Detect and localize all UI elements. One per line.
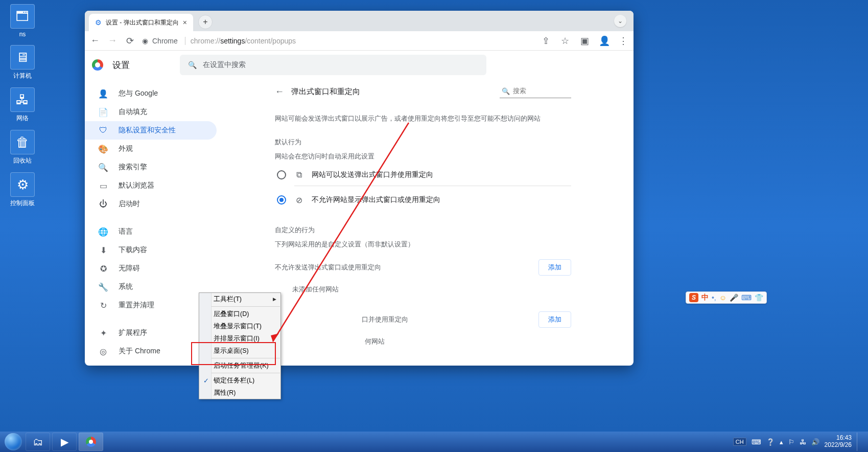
ctx-item-task-manager[interactable]: 启动任务管理器(K) bbox=[199, 359, 280, 372]
page-description: 网站可能会发送弹出式窗口以展示广告，或者使用重定向将您引导至您可能不想访问的网站 bbox=[275, 114, 571, 124]
browser-toolbar: ← → ⟳ ◉Chrome chrome://settings/content/… bbox=[85, 31, 634, 51]
tab-strip: ⚙ 设置 - 弹出式窗口和重定向 × + ⌄ bbox=[85, 11, 634, 31]
empty-list-text: 何网站 bbox=[365, 337, 571, 346]
tray-icon[interactable]: ⚐ bbox=[788, 438, 794, 446]
custom-behavior-sub: 下列网站采用的是自定义设置（而非默认设置） bbox=[275, 240, 571, 249]
page-search[interactable]: 🔍搜索 bbox=[500, 85, 571, 98]
sidebar-item-search-engine[interactable]: 🔍搜索引擎 bbox=[85, 158, 217, 176]
desktop-icon[interactable]: 🖧网络 bbox=[3, 87, 42, 123]
ime-skin-icon[interactable]: 👕 bbox=[755, 293, 763, 302]
sidebar-item-extensions[interactable]: ✦扩展程序↗ bbox=[85, 324, 217, 342]
popup-block-icon: ⊘ bbox=[294, 195, 303, 205]
ctx-item-lock-taskbar[interactable]: 锁定任务栏(L) bbox=[199, 374, 280, 387]
gear-icon: ⚙ bbox=[95, 18, 102, 27]
default-behavior-title: 默认行为 bbox=[275, 138, 571, 147]
settings-search[interactable]: 🔍 在设置中搜索 bbox=[180, 55, 486, 75]
sidebar-item-default-browser[interactable]: ▭默认浏览器 bbox=[85, 176, 217, 195]
taskbar-context-menu: 工具栏(T) 层叠窗口(D) 堆叠显示窗口(T) 并排显示窗口(I) 显示桌面(… bbox=[199, 292, 281, 399]
page-title: 弹出式窗口和重定向 bbox=[291, 87, 360, 97]
address-bar[interactable]: ◉Chrome chrome://settings/content/popups bbox=[142, 37, 296, 45]
show-desktop-button[interactable] bbox=[857, 433, 862, 451]
radio-allow-popups[interactable]: ⧉ 网站可以发送弹出式窗口并使用重定向 bbox=[275, 170, 571, 179]
radio-icon bbox=[277, 195, 286, 205]
radio-block-popups[interactable]: ⊘ 不允许网站显示弹出式窗口或使用重定向 bbox=[275, 195, 571, 205]
custom-behavior-title: 自定义的行为 bbox=[275, 225, 571, 235]
settings-header: 设置 🔍 在设置中搜索 bbox=[85, 51, 634, 79]
ime-cn-icon[interactable]: 中 bbox=[701, 293, 709, 302]
add-button[interactable]: 添加 bbox=[538, 311, 571, 328]
desktop-icon[interactable]: ⚙控制面板 bbox=[3, 172, 42, 208]
ime-keyboard-icon[interactable]: ⌨ bbox=[741, 293, 752, 302]
allow-list-header: 口并使用重定向 添加 bbox=[275, 311, 571, 328]
tray-icon[interactable]: ⌨ bbox=[752, 438, 761, 446]
tab-search-button[interactable]: ⌄ bbox=[614, 15, 626, 27]
desktop-icons: 🗔ns 🖥计算机 🖧网络 🗑回收站 ⚙控制面板 bbox=[0, 0, 87, 215]
search-icon: 🔍 bbox=[502, 87, 510, 95]
tray-volume-icon[interactable]: 🔊 bbox=[811, 438, 819, 446]
system-tray: CH ⌨ ❔ ▴ ⚐ 🖧 🔊 16:43 2022/9/26 bbox=[733, 433, 865, 451]
ime-toolbar[interactable]: S 中 •, ☺ 🎤 ⌨ 👕 bbox=[686, 291, 767, 304]
sidebar-item-privacy[interactable]: 🛡隐私设置和安全性 bbox=[85, 121, 217, 140]
desktop-icon[interactable]: 🗔ns bbox=[3, 4, 42, 38]
sidebar-item-system[interactable]: 🔧系统 bbox=[85, 278, 217, 296]
sogou-icon: S bbox=[689, 293, 698, 302]
tray-icon[interactable]: ❔ bbox=[766, 438, 775, 446]
radio-icon bbox=[277, 170, 286, 179]
ime-voice-icon[interactable]: 🎤 bbox=[730, 293, 738, 302]
profile-icon[interactable]: 👤 bbox=[599, 35, 609, 47]
back-arrow-icon[interactable]: ← bbox=[275, 86, 284, 97]
reload-icon[interactable]: ⟳ bbox=[125, 35, 135, 47]
add-button[interactable]: 添加 bbox=[538, 259, 571, 276]
ctx-item-cascade[interactable]: 层叠窗口(D) bbox=[199, 308, 280, 320]
settings-title: 设置 bbox=[112, 59, 130, 71]
desktop-icon[interactable]: 🖥计算机 bbox=[3, 45, 42, 80]
chrome-window: — ▢ ✕ ⚙ 设置 - 弹出式窗口和重定向 × + ⌄ ← → ⟳ ◉Chro… bbox=[85, 11, 634, 366]
tray-chevron-icon[interactable]: ▴ bbox=[780, 438, 783, 446]
sidebar-item-downloads[interactable]: ⬇下载内容 bbox=[85, 241, 217, 259]
search-icon: 🔍 bbox=[188, 61, 197, 69]
sidepanel-icon[interactable]: ▣ bbox=[579, 35, 590, 47]
sidebar-item-you-and-google[interactable]: 👤您与 Google bbox=[85, 84, 217, 103]
ctx-item-show-desktop[interactable]: 显示桌面(S) bbox=[199, 345, 280, 357]
sidebar-item-about[interactable]: ◎关于 Chrome bbox=[85, 342, 217, 360]
taskbar-media[interactable]: ▶ bbox=[52, 433, 77, 451]
sidebar-item-languages[interactable]: 🌐语言 bbox=[85, 222, 217, 241]
chrome-logo-icon: ◉ bbox=[142, 37, 148, 45]
popup-open-icon: ⧉ bbox=[294, 170, 303, 179]
forward-icon[interactable]: → bbox=[107, 35, 118, 46]
sidebar-item-on-startup[interactable]: ⏻启动时 bbox=[85, 195, 217, 213]
taskbar-explorer[interactable]: 🗂 bbox=[26, 433, 50, 451]
default-behavior-sub: 网站会在您访问时自动采用此设置 bbox=[275, 152, 571, 161]
ctx-item-toolbars[interactable]: 工具栏(T) bbox=[199, 293, 280, 305]
sidebar-item-reset[interactable]: ↻重置并清理 bbox=[85, 296, 217, 314]
desktop-icon[interactable]: 🗑回收站 bbox=[3, 130, 42, 165]
sidebar-item-autofill[interactable]: 📄自动填充 bbox=[85, 103, 217, 121]
sidebar-item-appearance[interactable]: 🎨外观 bbox=[85, 140, 217, 158]
chrome-logo-icon bbox=[92, 59, 103, 71]
empty-list-text: 未添加任何网站 bbox=[292, 285, 571, 294]
taskbar: 🗂 ▶ CH ⌨ ❔ ▴ ⚐ 🖧 🔊 16:43 2022/9/26 bbox=[0, 432, 868, 452]
new-tab-button[interactable]: + bbox=[198, 15, 213, 29]
back-icon[interactable]: ← bbox=[90, 35, 100, 46]
taskbar-chrome[interactable] bbox=[79, 433, 103, 451]
block-list-header: 不允许发送弹出式窗口或使用重定向 添加 bbox=[275, 259, 571, 276]
settings-main: ← 弹出式窗口和重定向 🔍搜索 网站可能会发送弹出式窗口以展示广告，或者使用重定… bbox=[223, 79, 634, 366]
tab-settings[interactable]: ⚙ 设置 - 弹出式窗口和重定向 × bbox=[89, 14, 193, 31]
ime-punct-icon[interactable]: •, bbox=[712, 293, 716, 302]
ime-emoji-icon[interactable]: ☺ bbox=[719, 293, 726, 302]
tab-title: 设置 - 弹出式窗口和重定向 bbox=[106, 18, 179, 27]
ctx-item-properties[interactable]: 属性(R) bbox=[199, 387, 280, 399]
lang-indicator[interactable]: CH bbox=[733, 438, 746, 446]
share-icon[interactable]: ⇪ bbox=[541, 35, 551, 47]
start-button[interactable] bbox=[3, 432, 24, 452]
ctx-item-sidebyside[interactable]: 并排显示窗口(I) bbox=[199, 332, 280, 345]
close-tab-icon[interactable]: × bbox=[183, 18, 187, 27]
clock[interactable]: 16:43 2022/9/26 bbox=[825, 435, 852, 449]
sidebar-item-accessibility[interactable]: ✪无障碍 bbox=[85, 259, 217, 278]
bookmark-icon[interactable]: ☆ bbox=[560, 35, 570, 47]
menu-icon[interactable]: ⋮ bbox=[618, 35, 628, 47]
settings-body: 👤您与 Google 📄自动填充 🛡隐私设置和安全性 🎨外观 🔍搜索引擎 ▭默认… bbox=[85, 79, 634, 366]
ctx-item-stack[interactable]: 堆叠显示窗口(T) bbox=[199, 320, 280, 332]
tray-network-icon[interactable]: 🖧 bbox=[800, 438, 806, 446]
